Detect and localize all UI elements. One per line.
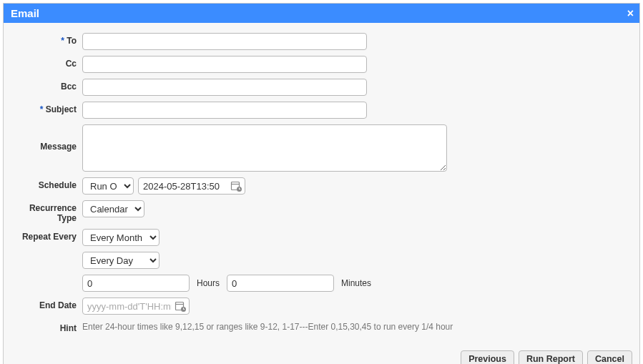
bcc-label: Bcc (61, 82, 77, 92)
subject-label: Subject (46, 104, 77, 114)
minutes-input[interactable] (227, 275, 334, 292)
to-label: To (67, 36, 77, 46)
cc-input[interactable] (82, 56, 367, 73)
required-marker: * (61, 36, 64, 46)
dialog-body: * To Cc Bcc * Su (4, 23, 639, 364)
email-dialog: Email × * To Cc Bcc (3, 3, 640, 364)
bcc-input[interactable] (82, 79, 367, 96)
repeat-month-select[interactable]: Every Month (82, 229, 159, 246)
hint-label: Hint (60, 323, 77, 333)
schedule-mode-select[interactable]: Run On (82, 177, 134, 195)
calendar-icon[interactable] (175, 300, 186, 312)
subject-input[interactable] (82, 102, 367, 119)
message-label: Message (40, 142, 77, 152)
schedule-label: Schedule (39, 180, 77, 190)
minutes-label: Minutes (338, 278, 374, 288)
hours-label: Hours (194, 278, 222, 288)
cancel-button[interactable]: Cancel (587, 350, 632, 364)
repeat-day-select[interactable]: Every Day (82, 252, 159, 269)
run-report-button[interactable]: Run Report (519, 350, 583, 364)
dialog-titlebar: Email × (4, 4, 639, 23)
schedule-datetime-input[interactable] (139, 178, 230, 194)
dialog-title: Email (11, 7, 39, 19)
button-bar: Previous Run Report Cancel (11, 350, 632, 364)
to-input[interactable] (82, 33, 367, 50)
required-marker: * (40, 104, 44, 114)
hours-input[interactable] (82, 275, 190, 292)
close-icon[interactable]: × (627, 8, 634, 19)
previous-button[interactable]: Previous (461, 350, 514, 364)
message-textarea[interactable] (82, 124, 447, 172)
recurrence-type-label: Recurrence Type (29, 203, 77, 223)
calendar-icon[interactable] (230, 180, 242, 192)
end-date-label: End Date (39, 300, 77, 310)
recurrence-type-select[interactable]: Calendar (82, 200, 144, 217)
repeat-every-label: Repeat Every (22, 232, 77, 242)
hint-text: Enter 24-hour times like 9,12,15 or rang… (82, 320, 453, 332)
end-date-input[interactable] (83, 298, 175, 314)
cc-label: Cc (66, 59, 77, 69)
